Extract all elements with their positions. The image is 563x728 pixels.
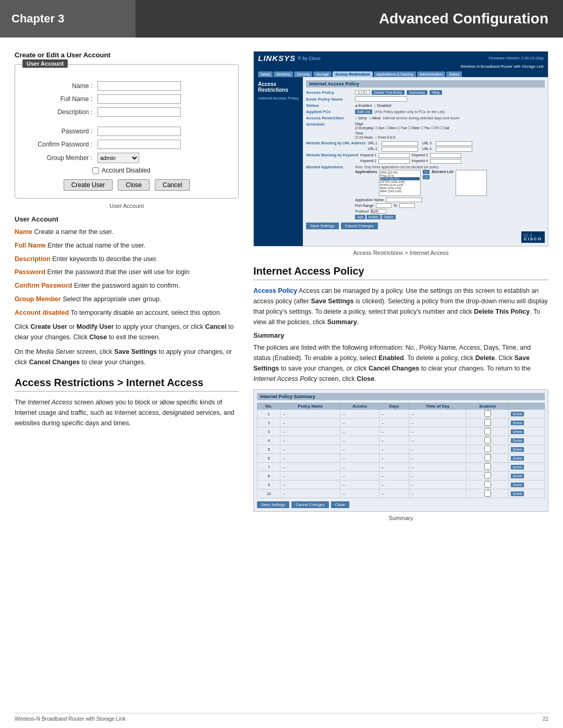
- table-row: 10--------Delete: [258, 489, 545, 498]
- time-from-to[interactable]: ○ From 0 to 0: [375, 135, 395, 140]
- help-btn[interactable]: Help: [430, 90, 442, 95]
- row7-enabled-cb[interactable]: [484, 463, 491, 470]
- day-mon[interactable]: ☐ Mon: [386, 126, 396, 130]
- app-lists: Applications DNS (52-53) Ping (3-3) HTTP…: [355, 170, 487, 196]
- cancel-changes-btn[interactable]: Cancel Changes: [341, 223, 378, 229]
- move-left-btn[interactable]: <<: [423, 175, 430, 179]
- checkbox-account-disabled[interactable]: [92, 167, 99, 174]
- select-group-member[interactable]: admin: [97, 153, 139, 163]
- url4-input[interactable]: [436, 147, 472, 152]
- row10-enabled-cb[interactable]: [484, 490, 491, 497]
- status-enabled-radio[interactable]: ● Enabled: [355, 104, 372, 107]
- app-map[interactable]: MAP (143-143): [380, 190, 420, 193]
- row5-enabled-cb[interactable]: [484, 446, 491, 452]
- access-policy-row: Access Policy 1 | 3 | Delete This Entry …: [306, 90, 545, 95]
- input-description[interactable]: [97, 107, 181, 117]
- cancel-button[interactable]: Cancel: [155, 179, 190, 191]
- policy-name-input[interactable]: [355, 96, 407, 102]
- day-fri[interactable]: ☐ Fri: [431, 126, 439, 130]
- row10-delete-btn[interactable]: Delete: [511, 491, 524, 496]
- row6-delete-btn[interactable]: Delete: [511, 456, 524, 461]
- day-tue[interactable]: ☐ Tue: [397, 126, 407, 130]
- row5-delete-btn[interactable]: Delete: [511, 447, 524, 452]
- policy-selector[interactable]: 1 | 3 |: [355, 90, 369, 95]
- schedule-inner: Days ☑ Everyday ☐ Sun ☐ Mon ☐ Tue ☐ Wed …: [355, 122, 449, 140]
- day-thu[interactable]: ☐ Thu: [420, 126, 430, 130]
- create-user-button[interactable]: Create User: [64, 179, 113, 191]
- kw1-input[interactable]: [378, 153, 410, 158]
- input-fullname[interactable]: [97, 94, 181, 104]
- row2-enabled-cb[interactable]: [484, 419, 491, 426]
- row3-delete-btn[interactable]: Delete: [511, 429, 524, 434]
- schedule-row: Schedule Days ☑ Everyday ☐ Sun ☐ Mon ☐ T…: [306, 122, 545, 140]
- delete-app-btn[interactable]: Delete: [382, 215, 396, 219]
- url1-input[interactable]: [382, 141, 418, 146]
- tab-administration[interactable]: Administration: [417, 71, 445, 77]
- row8-delete-btn[interactable]: Delete: [511, 474, 524, 478]
- time-24hrs[interactable]: ☑ 24 Hours: [355, 135, 373, 140]
- row9-delete-btn[interactable]: Delete: [511, 483, 524, 487]
- add-app-btn[interactable]: Add: [355, 215, 365, 219]
- right-column: LINKSYS ® by Cisco Firmware Version: 2.0…: [253, 51, 548, 527]
- url2-input[interactable]: [382, 147, 418, 152]
- tab-status[interactable]: Status: [446, 71, 462, 77]
- input-name[interactable]: [97, 81, 181, 91]
- summary-btn[interactable]: Summary: [407, 90, 427, 95]
- protocol-select[interactable]: Both: [371, 209, 386, 214]
- row4-delete-btn[interactable]: Delete: [511, 438, 524, 443]
- label-confirm-password: Confirm Password :: [25, 141, 92, 148]
- modify-app-btn[interactable]: Modify: [366, 215, 381, 219]
- day-everyday[interactable]: ☑ Everyday: [355, 126, 373, 130]
- row4-enabled-cb[interactable]: [484, 437, 491, 443]
- row7-delete-btn[interactable]: Delete: [511, 465, 524, 470]
- blocked-list-box[interactable]: [456, 170, 487, 196]
- row6-enabled-cb[interactable]: [484, 454, 491, 461]
- row2-delete-btn[interactable]: Delete: [511, 421, 524, 425]
- kw3-input[interactable]: [430, 153, 461, 158]
- row1-enabled-cb[interactable]: [484, 410, 491, 417]
- save-settings-btn[interactable]: Save Settings: [306, 223, 338, 229]
- kw4-input[interactable]: [430, 159, 461, 164]
- row8-enabled-cb[interactable]: [484, 472, 491, 479]
- tab-wireless[interactable]: Wireless: [274, 71, 293, 77]
- summary-cancel-btn[interactable]: Cancel Changes: [291, 501, 328, 508]
- status-disabled-radio[interactable]: ○ Disabled: [374, 104, 391, 107]
- input-confirm-password[interactable]: [97, 140, 181, 149]
- close-button[interactable]: Close: [118, 179, 150, 191]
- port-range-from[interactable]: [376, 203, 391, 208]
- tab-setup[interactable]: Setup: [258, 71, 273, 77]
- day-sat[interactable]: ☐ Sat: [440, 126, 449, 130]
- summary-save-btn[interactable]: Save Settings: [257, 501, 289, 508]
- delete-entry-btn[interactable]: Delete This Entry: [372, 90, 405, 95]
- kw2-input[interactable]: [378, 159, 410, 164]
- deny-radio[interactable]: ○ Deny: [355, 116, 367, 120]
- row1-delete-btn[interactable]: Delete: [511, 412, 524, 416]
- access-restriction-label: Access Restriction: [306, 116, 353, 120]
- edit-list-btn[interactable]: Edit List: [355, 109, 372, 114]
- day-sun[interactable]: ☐ Sun: [374, 126, 384, 130]
- tab-security[interactable]: Security: [294, 71, 312, 77]
- port-to-label: To: [394, 204, 397, 207]
- allow-radio[interactable]: ○ Allow: [369, 116, 381, 120]
- create-user-para: Click Create User or Modify User to appl…: [15, 322, 239, 342]
- website-url-row: Website Blocking by URL Address URL 1 UR…: [306, 141, 545, 152]
- row9-enabled-cb[interactable]: [484, 481, 491, 488]
- row3-enabled-cb[interactable]: [484, 428, 491, 435]
- port-range-to[interactable]: [399, 203, 415, 208]
- policy-name-row: Enter Policy Name: [306, 96, 545, 102]
- input-password[interactable]: [97, 127, 181, 136]
- summary-close-btn[interactable]: Close: [331, 501, 349, 508]
- tab-applications-gaming[interactable]: Applications & Gaming: [374, 71, 416, 77]
- access-policy-body: Access Policy Access can be managed by a…: [253, 286, 548, 327]
- app-name-input[interactable]: [386, 198, 422, 202]
- internet-access-policy-title: Internet Access Policy: [306, 80, 545, 88]
- cisco-logo: |||.||. CISCO: [521, 231, 545, 243]
- url3-input[interactable]: [436, 141, 472, 146]
- tab-access-restrictions[interactable]: Access Restrictions: [333, 71, 373, 77]
- app-list-label: Applications: [355, 170, 377, 174]
- tab-storage[interactable]: Storage: [313, 71, 332, 77]
- day-wed[interactable]: ☐ Wed: [408, 126, 419, 130]
- applications-list[interactable]: DNS (52-53) Ping (3-3) HTTP (80-80) HTTP…: [379, 170, 421, 196]
- cisco-lines: |||.||.: [524, 233, 542, 237]
- move-right-btn[interactable]: >>: [423, 170, 430, 174]
